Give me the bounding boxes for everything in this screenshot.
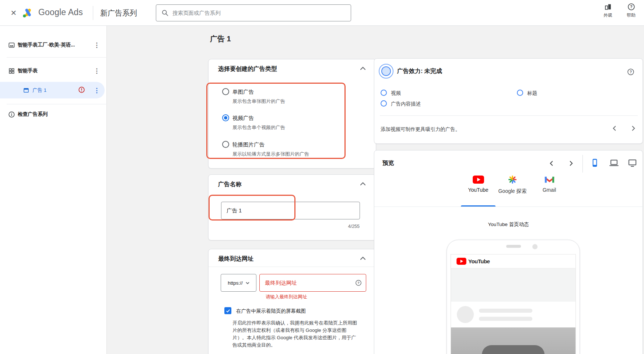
- ad-type-card-title: 选择要创建的广告类型: [218, 65, 277, 73]
- svg-text:?: ?: [630, 4, 632, 9]
- collapse-ad-name-icon[interactable]: [358, 180, 368, 189]
- grid-icon: [8, 67, 15, 74]
- final-url-input[interactable]: [259, 274, 366, 292]
- sidebar-item-review-campaign[interactable]: 检查广告系列: [0, 107, 107, 122]
- sidebar-item-campaign[interactable]: 智能手表工厂-欧美-英语... ⋮: [0, 37, 107, 53]
- single-image-ad-desc: 展示包含单张图片的广告: [232, 98, 285, 105]
- topbar: ✕ Google Ads 新广告系列 外观 ?: [0, 0, 644, 26]
- device-mobile-icon[interactable]: [589, 158, 600, 169]
- single-image-ad-label: 单图广告: [232, 88, 254, 96]
- phone-speaker: [506, 245, 521, 248]
- radio-video-ad[interactable]: [222, 114, 229, 121]
- tip-next-icon[interactable]: [628, 124, 638, 134]
- ad-name-input[interactable]: [221, 202, 360, 219]
- tab-google-discover[interactable]: Google 探索: [496, 174, 529, 195]
- collapse-ad-type-icon[interactable]: [358, 64, 368, 74]
- sidebar-item-ad[interactable]: 广告 1 ⋮: [0, 82, 105, 98]
- page-title: 广告 1: [210, 34, 231, 44]
- skeleton-video-thumb: [482, 345, 545, 354]
- phone-mockup: YouTube: [447, 240, 580, 354]
- google-discover-icon: [507, 174, 518, 185]
- help-icon: ?: [627, 3, 635, 11]
- checkmark-icon: [225, 308, 231, 313]
- phone-camera: [532, 244, 538, 249]
- svg-text:?: ?: [630, 70, 632, 74]
- global-search: [156, 4, 351, 21]
- ad-type-card: 选择要创建的广告类型 单图广告 展示包含单张图片的广告 视频广告 展示包含单个视…: [208, 59, 376, 169]
- url-help-icon[interactable]: ?: [355, 280, 362, 286]
- youtube-wordmark: YouTube: [468, 258, 490, 264]
- adgroup-menu-icon[interactable]: ⋮: [94, 68, 100, 74]
- ad-strength-tip: 添加视频可制作更具吸引力的广告。: [381, 126, 460, 133]
- chevron-down-icon: [246, 282, 249, 284]
- svg-text:?: ?: [357, 281, 360, 285]
- device-laptop-icon[interactable]: [608, 158, 619, 169]
- final-url-card-title: 最终到达网址: [218, 255, 253, 263]
- bar-chart-icon: [604, 3, 612, 11]
- campaign-flow-title: 新广告系列: [100, 8, 137, 18]
- brand-name: Google Ads: [38, 7, 83, 17]
- youtube-app-header: YouTube: [451, 254, 575, 268]
- tab-google-discover-label: Google 探索: [498, 188, 526, 195]
- card-divider: [209, 267, 377, 267]
- skeleton-avatar: [457, 306, 474, 323]
- headline-check-label: 标题: [527, 90, 537, 97]
- landing-screenshot-checkbox[interactable]: [224, 307, 231, 314]
- close-icon[interactable]: ✕: [9, 8, 18, 18]
- campaign-menu-icon[interactable]: ⋮: [94, 42, 100, 48]
- youtube-logo-icon: [456, 258, 466, 265]
- help-button[interactable]: ? 帮助: [621, 3, 641, 23]
- tab-youtube[interactable]: YouTube: [462, 176, 495, 193]
- skeleton-text-line: [479, 309, 532, 313]
- ad-name-card-title: 广告名称: [218, 181, 242, 188]
- tab-gmail[interactable]: Gmail: [533, 176, 566, 193]
- search-input[interactable]: [172, 10, 351, 16]
- tab-youtube-label: YouTube: [468, 187, 488, 193]
- skeleton-text-line: [479, 317, 532, 321]
- ad-label: 广告 1: [32, 87, 46, 94]
- skeleton-channel-row: [451, 302, 575, 327]
- url-error-message: 请输入最终到达网址: [266, 294, 307, 300]
- sidebar-divider: [7, 57, 107, 58]
- headline-check-circle: [517, 90, 523, 96]
- search-icon: [161, 9, 169, 17]
- carousel-ad-desc: 展示以轮播方式显示多张图片的广告: [232, 151, 309, 157]
- preview-header-divider: [582, 155, 583, 173]
- tip-prev-icon[interactable]: [609, 124, 620, 134]
- preview-surface-label: YouTube 首页动态: [374, 221, 643, 228]
- preview-next-icon[interactable]: [566, 159, 576, 169]
- ad-menu-icon[interactable]: ⋮: [94, 87, 100, 93]
- skeleton-banner: [451, 268, 575, 302]
- video-ad-desc: 展示包含单个视频的广告: [232, 124, 285, 131]
- preview-title: 预览: [382, 159, 394, 167]
- protocol-select[interactable]: https://: [221, 274, 256, 292]
- sidebar-item-adgroup[interactable]: 智能手表 ⋮: [0, 63, 107, 79]
- google-ads-logo: [22, 8, 33, 18]
- radio-carousel-ad[interactable]: [222, 141, 229, 148]
- video-ad-label: 视频广告: [232, 115, 254, 122]
- tabs-bottom-border: [374, 206, 643, 207]
- phone-screen: YouTube: [451, 254, 576, 354]
- photo-icon: [8, 42, 15, 49]
- collapse-final-url-icon[interactable]: [358, 254, 368, 264]
- topbar-divider: [93, 6, 93, 20]
- ad-strength-card: 广告效力: 未完成 ? 视频 标题 广告内容描述 添加视频可制作更具吸引力的广告…: [374, 58, 643, 144]
- final-url-card: 最终到达网址 https:// ? 请输入最终到达网址 在广告中展示着陆页的屏幕…: [208, 249, 376, 354]
- info-icon: [8, 111, 15, 118]
- protocol-value: https://: [228, 280, 243, 286]
- ad-strength-help-icon[interactable]: ?: [627, 68, 634, 76]
- review-campaign-label: 检查广告系列: [18, 111, 48, 118]
- youtube-icon: [473, 176, 484, 184]
- navigation-sidebar: 智能手表工厂-欧美-英语... ⋮ 智能手表 ⋮ 广告 1: [0, 26, 107, 354]
- google-ads-new-campaign-page: ✕ Google Ads 新广告系列 外观 ?: [0, 0, 644, 354]
- appearance-label: 外观: [603, 12, 612, 18]
- device-tv-icon[interactable]: [627, 158, 638, 169]
- radio-single-image-ad[interactable]: [222, 88, 229, 95]
- carousel-ad-label: 轮播图片广告: [232, 141, 265, 148]
- appearance-button[interactable]: 外观: [598, 3, 618, 23]
- preview-prev-icon[interactable]: [546, 159, 557, 169]
- help-label: 帮助: [627, 12, 636, 18]
- video-check-label: 视频: [391, 90, 401, 97]
- landing-screenshot-label: 在广告中展示着陆页的屏幕截图: [236, 308, 306, 315]
- adgroup-label: 智能手表: [18, 67, 38, 74]
